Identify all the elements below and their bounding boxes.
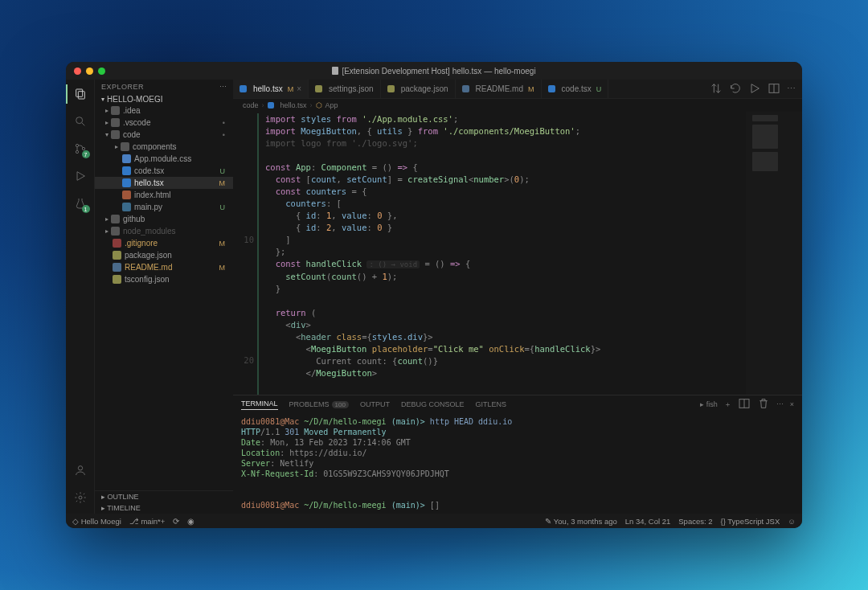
source-control-activity-icon[interactable]: 7 — [72, 141, 88, 157]
activity-bar: 7 1 — [66, 80, 95, 514]
tree-folder-github[interactable]: ▸github — [95, 213, 233, 225]
code-lines: import styles from './App.module.css'; i… — [259, 112, 746, 395]
kill-terminal-icon[interactable] — [757, 397, 770, 412]
tree-folder-code[interactable]: ▾code• — [95, 129, 233, 141]
minimap[interactable] — [746, 112, 802, 395]
tree-file-appmodule[interactable]: App.module.css — [95, 153, 233, 165]
close-tab-icon[interactable]: × — [297, 84, 301, 93]
new-terminal-icon[interactable]: ＋ — [724, 399, 731, 410]
panel-tab-terminal[interactable]: TERMINAL — [241, 399, 278, 410]
status-spaces[interactable]: Spaces: 2 — [678, 517, 712, 526]
svg-point-8 — [78, 466, 82, 470]
svg-line-3 — [82, 123, 84, 125]
tree-folder-components[interactable]: ▸components — [95, 141, 233, 153]
tree-file-packagejson[interactable]: package.json — [95, 249, 233, 261]
panel-more-icon[interactable]: ⋯ — [776, 400, 784, 408]
tree-file-tsconfig[interactable]: tsconfig.json — [95, 273, 233, 285]
project-header[interactable]: ▾ HELLO-MOEGI — [95, 94, 233, 104]
panel-tab-debug[interactable]: DEBUG CONSOLE — [401, 400, 465, 408]
status-live-icon[interactable]: ◉ — [187, 517, 194, 526]
tab-package-json[interactable]: package.json — [381, 80, 456, 98]
panel-close-icon[interactable]: × — [790, 400, 794, 408]
tree-folder-idea[interactable]: ▸.idea — [95, 104, 233, 117]
panel-tab-problems[interactable]: PROBLEMS100 — [289, 400, 349, 408]
timeline-section[interactable]: ▸ TIMELINE — [95, 502, 233, 514]
testing-activity-icon[interactable]: 1 — [72, 195, 88, 211]
code-editor[interactable]: 10 20 import styles from './App.module.c… — [233, 112, 746, 395]
svg-marker-7 — [77, 172, 84, 181]
search-activity-icon[interactable] — [72, 113, 88, 129]
revert-icon[interactable] — [729, 82, 742, 96]
test-badge: 1 — [82, 205, 90, 213]
zoom-window-button[interactable] — [98, 68, 105, 75]
terminal-shell-label[interactable]: ▸ fish — [700, 400, 718, 408]
minimize-window-button[interactable] — [86, 68, 93, 75]
tab-code-tsx[interactable]: code.tsxU — [542, 80, 609, 98]
bottom-panel: TERMINAL PROBLEMS100 OUTPUT DEBUG CONSOL… — [233, 395, 802, 514]
tree-file-codetsx[interactable]: code.tsxU — [95, 165, 233, 177]
breadcrumb[interactable]: code› hello.tsx› ⬡App — [233, 99, 802, 112]
panel-tab-output[interactable]: OUTPUT — [360, 400, 390, 408]
svg-marker-10 — [751, 84, 759, 92]
file-tree: ▸.idea ▸.vscode• ▾code• ▸components App.… — [95, 104, 233, 490]
settings-activity-icon[interactable] — [72, 490, 88, 506]
split-editor-icon[interactable] — [768, 82, 780, 96]
tree-file-gitignore[interactable]: .gitignoreM — [95, 237, 233, 249]
accounts-activity-icon[interactable] — [72, 462, 88, 478]
traffic-lights — [66, 68, 105, 75]
scm-badge: 7 — [82, 150, 90, 158]
tab-hello-tsx[interactable]: hello.tsxM× — [233, 80, 309, 98]
status-feedback-icon[interactable]: ☺ — [788, 517, 796, 526]
panel-tab-gitlens[interactable]: GITLENS — [475, 400, 506, 408]
status-bar: ◇ Hello Moegi ⎇ main*+ ⟳ ◉ ✎ You, 3 mont… — [66, 514, 802, 528]
explorer-more-icon[interactable]: ⋯ — [219, 83, 227, 91]
tree-file-hellotsx[interactable]: hello.tsxM — [95, 177, 233, 189]
status-cursor-position[interactable]: Ln 34, Col 21 — [625, 517, 671, 526]
run-debug-activity-icon[interactable] — [72, 168, 88, 184]
chevron-down-icon: ▾ — [101, 96, 104, 103]
run-icon[interactable] — [748, 82, 761, 96]
svg-rect-1 — [78, 92, 84, 99]
status-language[interactable]: {} TypeScript JSX — [721, 517, 780, 526]
tree-file-mainpy[interactable]: main.pyU — [95, 201, 233, 213]
window-title: [Extension Development Host] hello.tsx —… — [66, 66, 802, 76]
line-gutter: 10 20 — [233, 112, 259, 395]
tab-bar: hello.tsxM× settings.json package.json R… — [233, 80, 802, 99]
explorer-activity-icon[interactable] — [72, 86, 88, 102]
svg-point-4 — [76, 144, 78, 146]
titlebar: [Extension Development Host] hello.tsx —… — [66, 62, 802, 80]
terminal-output[interactable]: ddiu0081@Mac ~/D/m/hello-moegi (main)> h… — [233, 413, 802, 514]
tree-file-indexhtml[interactable]: index.html — [95, 189, 233, 201]
tree-folder-nodemodules[interactable]: ▸node_modules — [95, 225, 233, 237]
svg-point-6 — [82, 147, 84, 150]
explorer-sidebar: EXPLORER ⋯ ▾ HELLO-MOEGI ▸.idea ▸.vscode… — [95, 80, 233, 514]
svg-point-5 — [76, 150, 78, 153]
status-sync-icon[interactable]: ⟳ — [173, 517, 179, 526]
editor-area: hello.tsxM× settings.json package.json R… — [233, 80, 802, 514]
tab-readme-md[interactable]: README.mdM — [456, 80, 542, 98]
svg-rect-0 — [76, 89, 82, 96]
explorer-title: EXPLORER — [101, 83, 144, 91]
status-branch[interactable]: ⎇ main*+ — [129, 517, 165, 526]
close-window-button[interactable] — [74, 68, 81, 75]
status-blame[interactable]: ✎ You, 3 months ago — [545, 517, 616, 526]
document-icon — [332, 67, 338, 75]
status-theme[interactable]: ◇ Hello Moegi — [72, 517, 121, 526]
tree-file-readme[interactable]: README.mdM — [95, 261, 233, 273]
tab-settings-json[interactable]: settings.json — [309, 80, 381, 98]
svg-point-9 — [79, 496, 82, 499]
compare-changes-icon[interactable] — [710, 82, 723, 96]
split-terminal-icon[interactable] — [738, 397, 751, 412]
vscode-window: [Extension Development Host] hello.tsx —… — [66, 62, 802, 528]
tree-folder-vscode[interactable]: ▸.vscode• — [95, 117, 233, 129]
svg-point-2 — [76, 117, 82, 124]
outline-section[interactable]: ▸ OUTLINE — [95, 491, 233, 502]
more-actions-icon[interactable]: ⋯ — [787, 84, 796, 94]
